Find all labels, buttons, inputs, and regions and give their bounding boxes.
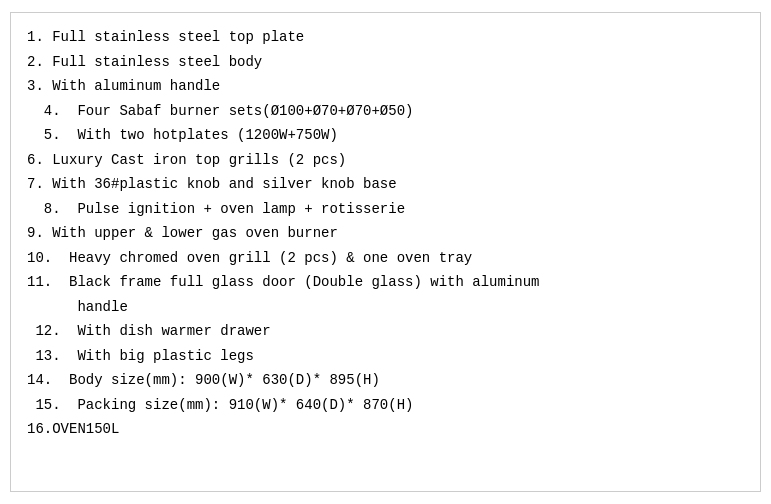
product-specs-container: 1. Full stainless steel top plate2. Full… <box>10 12 761 492</box>
item-9: 9. With upper & lower gas oven burner <box>27 221 744 246</box>
item-6: 6. Luxury Cast iron top grills (2 pcs) <box>27 148 744 173</box>
item-11: 11. Black frame full glass door (Double … <box>27 270 744 319</box>
item-2: 2. Full stainless steel body <box>27 50 744 75</box>
item-14: 14. Body size(mm): 900(W)* 630(D)* 895(H… <box>27 368 744 393</box>
item-8: 8. Pulse ignition + oven lamp + rotisser… <box>27 197 744 222</box>
item-16: 16.OVEN150L <box>27 417 744 442</box>
item-15: 15. Packing size(mm): 910(W)* 640(D)* 87… <box>27 393 744 418</box>
item-1: 1. Full stainless steel top plate <box>27 25 744 50</box>
item-3: 3. With aluminum handle <box>27 74 744 99</box>
item-13: 13. With big plastic legs <box>27 344 744 369</box>
item-5: 5. With two hotplates (1200W+750W) <box>27 123 744 148</box>
item-12: 12. With dish warmer drawer <box>27 319 744 344</box>
item-4: 4. Four Sabaf burner sets(Ø100+Ø70+Ø70+Ø… <box>27 99 744 124</box>
item-7: 7. With 36#plastic knob and silver knob … <box>27 172 744 197</box>
item-10: 10. Heavy chromed oven grill (2 pcs) & o… <box>27 246 744 271</box>
